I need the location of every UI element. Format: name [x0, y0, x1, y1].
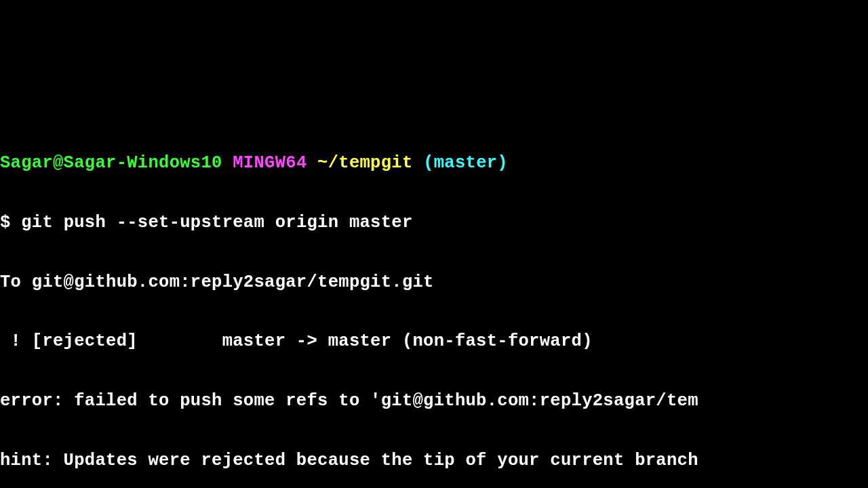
command-text: git push --set-upstream origin master	[21, 213, 412, 232]
command-line: $ git push --set-upstream origin master	[0, 208, 868, 238]
prompt-symbol: $	[0, 213, 21, 232]
user-host: Sagar@Sagar-Windows10	[0, 153, 222, 173]
cwd-path: ~/tempgit	[317, 153, 412, 173]
output-line: To git@github.com:reply2sagar/tempgit.gi…	[0, 268, 868, 298]
prompt-line: Sagar@Sagar-Windows10 MINGW64 ~/tempgit …	[0, 148, 868, 178]
terminal[interactable]: Sagar@Sagar-Windows10 MINGW64 ~/tempgit …	[0, 119, 868, 488]
output-line: error: failed to push some refs to 'git@…	[0, 386, 868, 416]
output-line: hint: Updates were rejected because the …	[0, 446, 868, 476]
mingw-label: MINGW64	[233, 153, 307, 173]
branch-label: (master)	[423, 153, 508, 173]
output-line: ! [rejected] master -> master (non-fast-…	[0, 327, 868, 357]
